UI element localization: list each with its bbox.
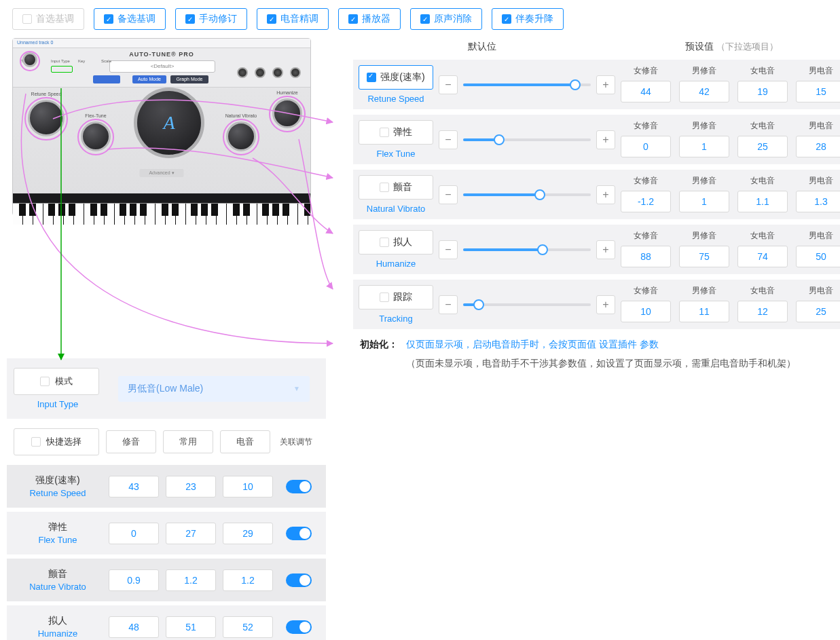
minus-button[interactable]: − [439,130,458,149]
preset-value-input[interactable]: 10 [621,301,671,322]
col-hdr-1[interactable]: 常用 [163,430,213,453]
graph-mode-button[interactable]: Graph Mode [170,75,208,83]
param-slider[interactable] [463,303,591,306]
quick-val-2[interactable]: 29 [223,523,273,544]
quick-val-1[interactable]: 23 [166,476,216,497]
tab-6[interactable]: ✓伴奏升降 [492,8,564,30]
preset-value-input[interactable]: 25 [737,136,788,157]
quick-en: Nature Vibrato [14,582,102,592]
mode-checkbox[interactable]: 模式 [14,368,99,395]
quick-select-checkbox[interactable]: 快捷选择 [14,428,99,455]
plus-button[interactable]: + [596,130,615,149]
natural-vibrato-knob[interactable] [226,121,256,151]
quick-val-2[interactable]: 10 [223,476,273,497]
col-hdr-2[interactable]: 电音 [220,430,270,453]
preset-value-input[interactable]: 1 [679,191,729,212]
preset-value-input[interactable]: 25 [796,301,840,322]
link-switch[interactable] [286,527,312,540]
slider-thumb[interactable] [570,79,581,90]
preset-value-input[interactable]: 28 [796,136,840,157]
plugin-preset-dropdown[interactable]: <Default> [109,60,215,73]
minus-button[interactable]: − [439,240,458,259]
param-slider[interactable] [463,138,591,141]
quick-en: Humanize [14,628,102,639]
plus-button[interactable]: + [596,240,615,259]
transpose-knob[interactable] [255,67,266,78]
param-cn: 强度(速率) [380,71,424,83]
checkbox-icon: ✓ [502,14,511,24]
preset-value-input[interactable]: 74 [737,246,788,267]
minus-button[interactable]: − [439,295,458,314]
param-slider[interactable] [463,193,591,196]
param-checkbox[interactable]: 颤音 [359,175,433,200]
init-label: 初始化： [360,339,398,351]
preset-hdr: 男电音 [796,230,840,242]
preset-value-input[interactable]: 12 [737,301,788,322]
checkbox-icon: ✓ [267,14,276,24]
preset-value-input[interactable]: 19 [737,81,788,102]
flex-tune-knob[interactable] [81,121,111,151]
preset-value-input[interactable]: 75 [679,246,729,267]
preset-value-input[interactable]: -1.2 [621,191,671,212]
param-checkbox[interactable]: 跟踪 [359,285,433,309]
input-type-dropdown[interactable]: 男低音(Low Male) ▼ [118,376,310,402]
advanced-toggle[interactable]: Advanced ▾ [139,169,183,177]
preset-value-input[interactable]: 42 [679,81,729,102]
preset-value-input[interactable]: 15 [796,81,840,102]
preset-value-input[interactable]: 44 [621,81,671,102]
preset-value-input[interactable]: 1.1 [737,191,788,212]
quick-val-2[interactable]: 52 [223,616,273,638]
tab-5[interactable]: ✓原声消除 [410,8,482,30]
param-slider[interactable] [463,248,591,251]
quick-val-0[interactable]: 0 [109,523,159,544]
slider-thumb[interactable] [494,134,505,145]
param-slider[interactable] [463,83,591,86]
minus-button[interactable]: − [439,185,458,204]
tab-1[interactable]: ✓备选基调 [94,8,166,30]
minus-button[interactable]: − [439,75,458,94]
param-checkbox[interactable]: 强度(速率) [359,65,433,90]
preset-value-input[interactable]: 50 [796,246,840,267]
plugin-keyboard[interactable] [13,203,310,225]
link-switch[interactable] [286,620,312,634]
tab-3[interactable]: ✓电音精调 [257,8,329,30]
center-dial[interactable]: A [134,88,204,158]
quick-val-1[interactable]: 27 [166,523,216,544]
quick-val-1[interactable]: 1.2 [166,569,216,591]
retune-speed-knob[interactable] [28,100,65,136]
plus-button[interactable]: + [596,75,615,94]
tab-2[interactable]: ✓手动修订 [175,8,247,30]
tab-4[interactable]: ✓播放器 [338,8,401,30]
slider-thumb[interactable] [473,299,484,310]
preset-value-input[interactable]: 11 [679,301,729,322]
plus-button[interactable]: + [596,185,615,204]
mix-knob[interactable] [290,67,301,78]
quick-val-1[interactable]: 51 [166,616,216,638]
detune-knob[interactable] [272,67,283,78]
preset-value-input[interactable]: 1.3 [796,191,840,212]
col-hdr-0[interactable]: 修音 [106,430,156,453]
param-checkbox[interactable]: 拟人 [359,230,433,255]
slider-thumb[interactable] [534,189,545,200]
flex-label: Flex-Tune [78,113,113,118]
preset-hdr: 男修音 [679,285,729,297]
autokey-button[interactable] [93,75,120,83]
quick-val-2[interactable]: 1.2 [223,569,273,591]
slider-thumb[interactable] [537,244,548,255]
preset-hdr: 女修音 [621,65,671,77]
link-switch[interactable] [286,573,312,587]
auto-mode-button[interactable]: Auto Mode [132,75,166,83]
humanize-knob[interactable] [272,98,302,128]
quick-val-0[interactable]: 0.9 [109,569,159,591]
quick-val-0[interactable]: 43 [109,476,159,497]
quick-val-0[interactable]: 48 [109,616,159,638]
link-switch[interactable] [286,480,312,493]
top-label-inputtype: Input Type [51,59,70,63]
plus-button[interactable]: + [596,295,615,314]
preset-value-input[interactable]: 0 [621,136,671,157]
preset-value-input[interactable]: 1 [679,136,729,157]
formant-knob[interactable] [237,67,248,78]
tracking-knob[interactable] [22,52,37,67]
preset-value-input[interactable]: 88 [621,246,671,267]
param-checkbox[interactable]: 弹性 [359,120,433,145]
